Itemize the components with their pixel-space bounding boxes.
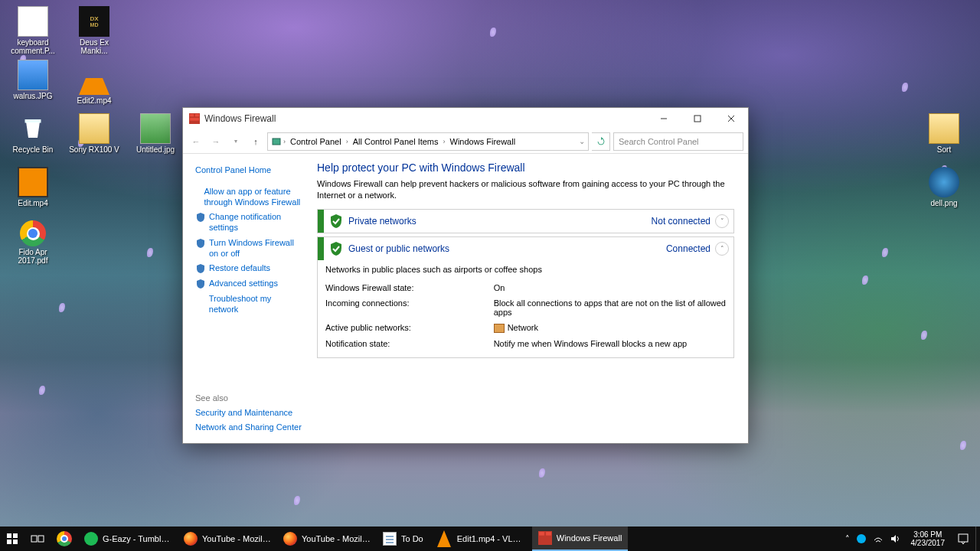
row-value: Notify me when Windows Firewall blocks a… — [494, 336, 726, 351]
back-button[interactable]: ← — [188, 133, 204, 150]
taskbar-item-label: Windows Firewall — [557, 533, 622, 543]
show-desktop-button[interactable] — [975, 527, 980, 551]
titlebar[interactable]: Windows Firewall — [183, 108, 748, 129]
task-view-button[interactable] — [24, 527, 51, 551]
svg-rect-6 — [694, 116, 701, 122]
tray-volume-icon[interactable] — [890, 533, 900, 544]
sidebar-item-1[interactable]: Change notification settings — [209, 210, 302, 236]
network-group-0: Private networksNot connected˅ — [317, 209, 734, 233]
notes-icon — [383, 532, 397, 546]
taskbar: G-Eazy - Tumblr GirlsYouTube - Mozilla .… — [0, 527, 980, 551]
svg-rect-20 — [959, 534, 968, 542]
row-value: On — [494, 280, 726, 295]
taskbar-item-5[interactable]: Windows Firewall — [532, 527, 629, 551]
svg-rect-0 — [25, 119, 41, 123]
up-button[interactable]: ↑ — [247, 133, 264, 150]
taskbar-item-1[interactable]: YouTube - Mozilla ... — [178, 527, 277, 551]
taskbar-item-label: G-Eazy - Tumblr Girls — [103, 534, 172, 543]
desktop-icon-deus-ex[interactable]: DXMDDeus Ex Manki... — [67, 6, 121, 55]
svg-rect-18 — [546, 532, 551, 536]
network-group-header[interactable]: Private networksNot connected˅ — [318, 210, 733, 233]
svg-rect-9 — [273, 139, 280, 145]
content-pane: Help protect your PC with Windows Firewa… — [309, 154, 748, 443]
controlpanel-icon — [271, 136, 282, 147]
taskbar-item-3[interactable]: To Do — [377, 527, 430, 551]
minimize-button[interactable] — [647, 108, 681, 129]
firewall-icon — [189, 113, 200, 124]
taskbar-item-4[interactable]: Edit1.mp4 - VLC m... — [430, 527, 532, 551]
svg-point-19 — [857, 534, 866, 543]
desktop-icon-fido-pdf[interactable]: Fido Apr 2017.pdf — [6, 220, 60, 265]
chevron-down-icon[interactable]: ˅ — [715, 214, 729, 228]
sidebar-item-5[interactable]: Troubleshoot my network — [209, 292, 302, 318]
row-key: Incoming connections: — [325, 295, 494, 320]
taskbar-item-label: To Do — [401, 534, 423, 543]
close-button[interactable] — [714, 108, 748, 129]
notifications-button[interactable] — [951, 527, 975, 551]
breadcrumb-1[interactable]: All Control Panel Items — [350, 135, 442, 148]
row-value: Network — [494, 320, 726, 336]
search-input[interactable]: Search Control Panel — [613, 132, 743, 151]
forward-button[interactable]: → — [207, 133, 224, 150]
svg-rect-15 — [38, 536, 44, 542]
desktop-icon-untitled[interactable]: Untitled.jpg — [129, 113, 182, 154]
breadcrumb[interactable]: › Control Panel› All Control Panel Items… — [267, 132, 589, 151]
control-panel-home[interactable]: Control Panel Home — [195, 163, 302, 178]
desktop-icon-sony[interactable]: Sony RX100 V — [67, 113, 121, 154]
sidebar-item-4[interactable]: Advanced settings — [209, 276, 278, 292]
sidebar-item-2[interactable]: Turn Windows Firewall on or off — [209, 236, 302, 262]
chevron-up-icon[interactable]: ˄ — [715, 242, 729, 256]
see-also-label: See also — [195, 393, 302, 406]
tray-wifi-icon[interactable] — [873, 533, 884, 544]
refresh-button[interactable] — [592, 132, 610, 151]
breadcrumb-dropdown-icon[interactable]: ⌄ — [579, 137, 585, 145]
shield-icon — [195, 263, 206, 274]
see-also-network[interactable]: Network and Sharing Center — [195, 420, 302, 435]
svg-rect-14 — [31, 536, 37, 542]
desktop-icon-recycle-bin[interactable]: Recycle Bin — [6, 113, 60, 154]
breadcrumb-2[interactable]: Windows Firewall — [447, 135, 519, 148]
start-button[interactable] — [0, 527, 24, 551]
vlc-icon — [437, 530, 451, 547]
sidebar-item-0[interactable]: Allow an app or feature through Windows … — [204, 184, 302, 210]
sidebar-item-3[interactable]: Restore defaults — [209, 261, 270, 276]
shield-check-icon — [328, 241, 344, 256]
svg-rect-11 — [13, 533, 18, 538]
row-key: Notification state: — [325, 336, 494, 351]
page-description: Windows Firewall can help prevent hacker… — [317, 178, 734, 201]
svg-rect-13 — [13, 540, 18, 544]
taskbar-item-label: YouTube - Mozilla ... — [202, 534, 271, 543]
svg-rect-3 — [195, 114, 199, 117]
network-group-header[interactable]: Guest or public networksConnected˄ — [318, 237, 733, 260]
taskbar-item-label: YouTube - Mozilla ... — [302, 534, 371, 543]
desktop-icon-walrus[interactable]: walrus.JPG — [6, 60, 60, 100]
toolbar: ← → ▾ ↑ › Control Panel› All Control Pan… — [183, 129, 748, 154]
tray-app-icon[interactable] — [856, 533, 867, 544]
desktop-icon-keyboard[interactable]: keyboard comment.P... — [6, 6, 60, 55]
taskbar-item-0[interactable]: G-Eazy - Tumblr Girls — [78, 527, 178, 551]
network-group-1: Guest or public networksConnected˄Networ… — [317, 236, 734, 358]
dropdown-history[interactable]: ▾ — [227, 133, 244, 150]
firefox-icon — [283, 532, 297, 546]
taskbar-item-2[interactable]: YouTube - Mozilla ... — [277, 527, 377, 551]
breadcrumb-0[interactable]: Control Panel — [287, 135, 345, 148]
page-heading: Help protect your PC with Windows Firewa… — [317, 161, 734, 174]
desktop-icon-edit-mp4[interactable]: Edit.mp4 — [6, 167, 60, 207]
svg-rect-10 — [7, 533, 11, 538]
network-icon — [494, 324, 505, 333]
spotify-icon — [84, 532, 98, 546]
taskbar-clock[interactable]: 3:06 PM 4/23/2017 — [905, 527, 952, 551]
taskbar-chrome[interactable] — [51, 527, 78, 551]
network-group-body: Networks in public places such as airpor… — [318, 260, 733, 357]
row-key: Windows Firewall state: — [325, 280, 494, 295]
maximize-button[interactable] — [681, 108, 714, 129]
system-tray[interactable]: ˄ — [841, 527, 905, 551]
svg-rect-12 — [7, 540, 11, 544]
desktop-icon-edit2[interactable]: Edit2.mp4 — [67, 60, 121, 105]
desktop-icon-sort[interactable]: Sort — [917, 113, 971, 154]
desktop-icon-dell[interactable]: dell.png — [917, 167, 971, 207]
window-title: Windows Firewall — [204, 113, 276, 124]
see-also-security[interactable]: Security and Maintenance — [195, 406, 302, 421]
shield-icon — [195, 279, 206, 289]
tray-chevron-up-icon[interactable]: ˄ — [845, 534, 850, 544]
